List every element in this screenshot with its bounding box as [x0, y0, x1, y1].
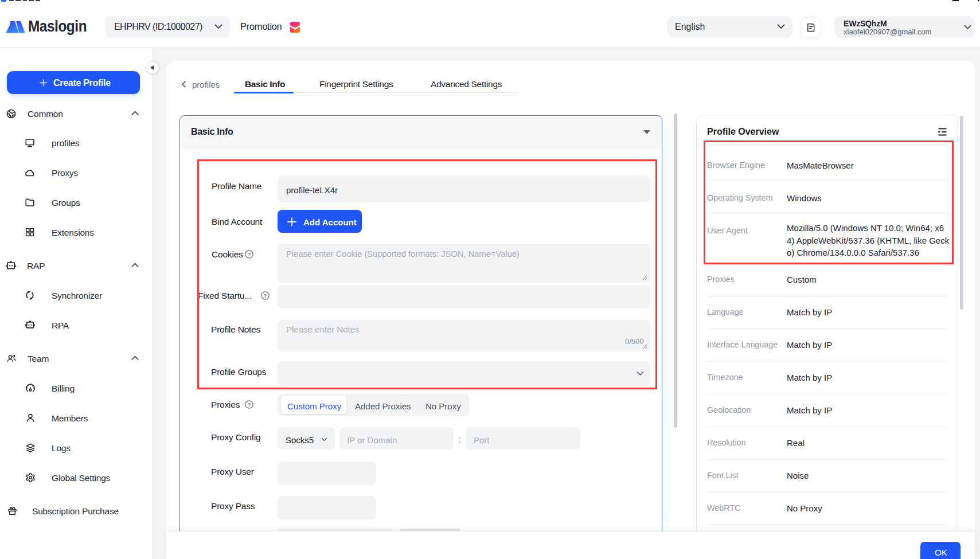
- svg-text:?: ?: [248, 401, 251, 408]
